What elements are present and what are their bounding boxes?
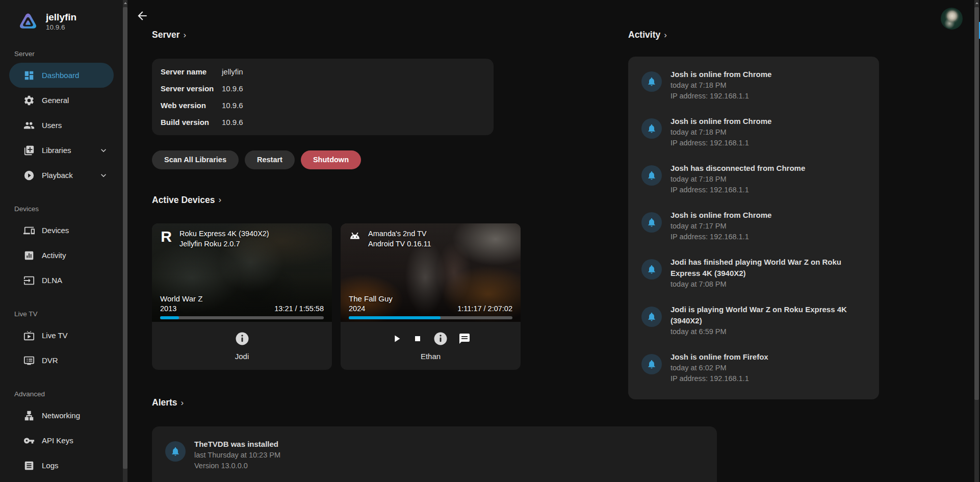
feed-time: today at 6:59 PM <box>670 326 866 337</box>
sidebar-item-logs[interactable]: Logs <box>9 453 114 478</box>
dashboard-icon <box>23 69 35 82</box>
sidebar-item-dlna[interactable]: DLNA <box>9 268 114 293</box>
user-avatar-button[interactable] <box>941 8 963 30</box>
feed-title: Josh is online from Firefox <box>670 351 768 363</box>
sidebar-section-header: Server <box>14 50 123 58</box>
feed-title: TheTVDB was installed <box>194 439 280 450</box>
device-backdrop: R Roku Express 4K (3940X2) Jellyfin Roku… <box>152 223 332 322</box>
server-info-label: Web version <box>161 101 222 110</box>
alerts-section-link[interactable]: Alerts <box>152 397 184 408</box>
feed-time: today at 7:17 PM <box>670 221 771 232</box>
sidebar-item-users[interactable]: Users <box>9 113 114 138</box>
sidebar-item-networking[interactable]: Networking <box>9 403 114 428</box>
main-scrollbar-thumb[interactable] <box>974 7 979 400</box>
device-name: Roku Express 4K (3940X2) <box>179 229 269 239</box>
main-scrollbar[interactable] <box>974 0 979 482</box>
sidebar-item-dvr[interactable]: DVR <box>9 348 114 373</box>
server-info-label: Server version <box>161 84 222 93</box>
livetv-icon <box>23 329 35 342</box>
feed-title: Jodi has finished playing World War Z on… <box>670 257 866 279</box>
server-info-value: 10.9.6 <box>222 118 243 126</box>
sidebar-item-activity[interactable]: Activity <box>9 243 114 268</box>
chevron-down-icon <box>98 170 109 181</box>
session-user: Ethan <box>421 352 441 361</box>
back-button[interactable] <box>136 9 149 22</box>
sidebar-item-devices[interactable]: Devices <box>9 218 114 243</box>
playback-progress-bar <box>349 316 512 319</box>
sidebar-item-api-keys[interactable]: API Keys <box>9 428 114 453</box>
activity-item: Josh is online from Chrome today at 7:17… <box>641 210 866 242</box>
device-card[interactable]: Amanda's 2nd TV Android TV 0.16.11 The F… <box>341 223 521 370</box>
shutdown-button[interactable]: Shutdown <box>301 150 361 169</box>
message-icon[interactable] <box>458 333 471 345</box>
sidebar-section: Server Dashboard General Users Libraries… <box>0 50 123 188</box>
device-card-footer: Jodi <box>152 322 332 370</box>
gear-icon <box>23 94 35 107</box>
bell-icon <box>641 307 662 327</box>
bell-icon <box>641 212 662 233</box>
feed-detail: IP address: 192.168.1.1 <box>670 373 768 384</box>
restart-button[interactable]: Restart <box>245 150 295 169</box>
feed-time: today at 7:08 PM <box>670 279 866 290</box>
device-client: Android TV 0.16.11 <box>368 239 431 249</box>
bell-icon <box>165 441 186 462</box>
feed-title: Josh is online from Chrome <box>670 116 771 127</box>
session-user: Jodi <box>235 352 249 361</box>
server-info-row: Server name jellyfin <box>152 63 494 80</box>
feed-detail: Version 13.0.0.0 <box>194 461 280 471</box>
server-info-value: 10.9.6 <box>222 101 243 110</box>
app-version: 10.9.6 <box>46 23 76 32</box>
device-card[interactable]: R Roku Express 4K (3940X2) Jellyfin Roku… <box>152 223 332 370</box>
playback-time: 1:11:17 / 2:07:02 <box>457 304 512 314</box>
device-backdrop: Amanda's 2nd TV Android TV 0.16.11 The F… <box>341 223 521 322</box>
feed-title: Josh has disconnected from Chrome <box>670 163 805 174</box>
playback-progress-fill <box>349 316 441 319</box>
media-title: The Fall Guy <box>349 294 393 304</box>
play-icon[interactable] <box>391 333 402 344</box>
server-info-value: 10.9.6 <box>222 84 243 93</box>
sidebar-nav: Server Dashboard General Users Libraries… <box>0 50 123 478</box>
feed-time: last Thursday at 10:23 PM <box>194 450 280 461</box>
sidebar-item-general[interactable]: General <box>9 88 114 113</box>
sidebar-section: Advanced Networking API Keys Logs <box>0 390 123 478</box>
session-controls <box>391 331 471 346</box>
media-year: 2024 <box>349 304 393 314</box>
activity-section-link[interactable]: Activity <box>628 30 667 40</box>
active-devices-section-link[interactable]: Active Devices <box>152 195 221 206</box>
activity-item: Josh is online from Chrome today at 7:18… <box>641 116 866 148</box>
playback-progress-fill <box>160 316 179 319</box>
roku-icon: R <box>158 229 174 245</box>
activity-item: Josh is online from Firefox today at 6:0… <box>641 351 866 384</box>
apikeys-icon <box>23 435 35 447</box>
sidebar-item-live-tv[interactable]: Live TV <box>9 323 114 348</box>
device-name: Amanda's 2nd TV <box>368 229 431 239</box>
app-logo-row[interactable]: jellyfin 10.9.6 <box>0 0 123 33</box>
bell-icon <box>641 354 662 374</box>
networking-icon <box>23 410 35 422</box>
logs-icon <box>23 460 35 472</box>
playback-progress-bar <box>160 316 324 319</box>
feed-detail: IP address: 192.168.1.1 <box>670 91 771 102</box>
sidebar-item-playback[interactable]: Playback <box>9 163 114 188</box>
jellyfin-logo-icon <box>17 11 39 33</box>
activity-card: Josh is online from Chrome today at 7:18… <box>628 57 879 399</box>
scrollbar-up-arrow-icon[interactable] <box>975 2 978 4</box>
app-name: jellyfin <box>46 12 76 23</box>
activity-column: Activity Josh is online from Chrome toda… <box>628 0 879 399</box>
info-icon[interactable] <box>433 331 448 346</box>
device-header: R Roku Express 4K (3940X2) Jellyfin Roku… <box>158 229 269 249</box>
bell-icon <box>641 118 662 139</box>
feed-detail: IP address: 192.168.1.1 <box>670 232 771 242</box>
users-icon <box>23 119 35 132</box>
stop-icon[interactable] <box>412 334 423 344</box>
server-actions: Scan All LibrariesRestartShutdown <box>152 150 607 169</box>
sidebar-item-dashboard[interactable]: Dashboard <box>9 63 114 88</box>
bell-icon <box>641 259 662 280</box>
main-content: Server Server name jellyfin Server versi… <box>123 0 980 482</box>
info-icon[interactable] <box>235 331 250 346</box>
sidebar-item-libraries[interactable]: Libraries <box>9 138 114 163</box>
server-section-link[interactable]: Server <box>152 30 186 40</box>
activity-item: Jodi has finished playing World War Z on… <box>641 257 866 290</box>
scan-all-libraries-button[interactable]: Scan All Libraries <box>152 150 239 169</box>
feed-title: Josh is online from Chrome <box>670 69 771 80</box>
